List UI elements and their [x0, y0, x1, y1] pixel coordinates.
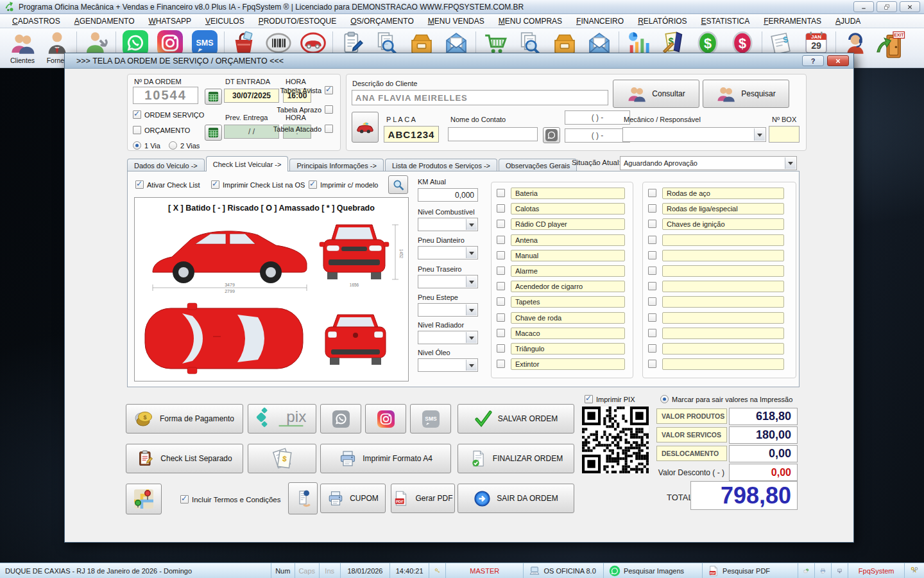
- status-mail[interactable]: [798, 563, 815, 578]
- toolbar-button-work-order[interactable]: [335, 30, 370, 56]
- checklist-checkbox[interactable]: [648, 360, 656, 368]
- ativar-checklist-checkbox[interactable]: Ativar Check List: [135, 180, 200, 189]
- receipts-button[interactable]: $: [248, 444, 316, 473]
- total-row-value[interactable]: 618,80: [729, 408, 798, 425]
- checklist-checkbox[interactable]: [648, 251, 656, 259]
- checklist-checkbox[interactable]: [648, 282, 656, 290]
- checklist-checkbox[interactable]: [648, 204, 656, 213]
- finalizar-ordem-button[interactable]: FINALIZAR ORDEM: [458, 444, 574, 473]
- menu-item-os-or-amento[interactable]: OS/ORÇAMENTO: [343, 17, 420, 26]
- minimize-button[interactable]: [853, 1, 874, 12]
- dialog-help-button[interactable]: ?: [802, 55, 824, 66]
- checklist-item-field[interactable]: Triângulo: [511, 343, 625, 355]
- checklist-checkbox[interactable]: [648, 329, 656, 337]
- forma-pagamento-button[interactable]: $Forma de Pagamento: [126, 404, 243, 434]
- toolbar-button-ledger[interactable]: $: [656, 30, 690, 56]
- ordem-servico-checkbox[interactable]: ORDEM SERVIÇO: [133, 110, 204, 119]
- order-number-field[interactable]: 10544: [133, 87, 198, 104]
- checklist-checkbox[interactable]: [648, 313, 656, 322]
- checklist-checkbox[interactable]: [497, 220, 505, 228]
- toolbar-button-cart[interactable]: [478, 30, 513, 56]
- checklist-item-field[interactable]: [662, 328, 784, 339]
- tabela-aprazo-checkbox[interactable]: Tabela Aprazo: [268, 105, 333, 114]
- via1-radio[interactable]: 1 Via: [133, 141, 160, 150]
- checklist-item-field[interactable]: Macaco: [511, 328, 625, 339]
- checklist-checkbox[interactable]: [648, 297, 656, 306]
- toolbar-button-money-green[interactable]: $: [690, 30, 725, 56]
- checklist-item-field[interactable]: [662, 281, 784, 292]
- toolbar-button-invoice[interactable]: $: [764, 30, 799, 56]
- total-row-value[interactable]: 180,00: [729, 426, 798, 444]
- toolbar-button-search-docs[interactable]: [370, 30, 404, 56]
- plate-field[interactable]: ABC1234: [384, 126, 439, 143]
- checklist-item-field[interactable]: [662, 265, 784, 277]
- phone1-field[interactable]: ( ) -: [565, 110, 630, 125]
- status-print[interactable]: [815, 563, 832, 578]
- checklist-checkbox[interactable]: [497, 204, 505, 213]
- gerar-pdf-button[interactable]: PDFGerar PDF: [391, 484, 455, 513]
- calendar-entry-button[interactable]: [205, 89, 222, 105]
- tabela-avista-checkbox[interactable]: Tabela Avista: [268, 86, 333, 94]
- menu-item-estatistica[interactable]: ESTATISTICA: [694, 17, 757, 26]
- level-select-1[interactable]: [418, 246, 478, 259]
- toolbar-button-calendar[interactable]: JAN29: [799, 30, 834, 56]
- checklist-checkbox[interactable]: [497, 329, 505, 337]
- toolbar-button-stats[interactable]: [621, 30, 656, 56]
- checklist-item-field[interactable]: Calotas: [511, 203, 625, 215]
- checklist-item-field[interactable]: Chave de roda: [511, 312, 625, 324]
- status-pesquisar-pdf[interactable]: PDFPesquisar PDF: [703, 563, 798, 578]
- checklist-item-field[interactable]: Rodas de liga/especial: [662, 203, 784, 215]
- menu-item-agendamento[interactable]: AGENDAMENTO: [67, 17, 142, 26]
- toolbar-button-barcode[interactable]: [261, 30, 296, 56]
- checklist-item-field[interactable]: Alarme: [511, 265, 625, 277]
- checklist-item-field[interactable]: Rádio CD player: [511, 218, 625, 230]
- checklist-item-field[interactable]: Manual: [511, 250, 625, 261]
- menu-item-relat-rios[interactable]: RELATÓRIOS: [631, 17, 694, 26]
- orcamento-checkbox[interactable]: ORÇAMENTO: [133, 126, 190, 134]
- pix-button[interactable]: pix: [248, 404, 316, 434]
- cupom-button[interactable]: CUPOM: [320, 484, 386, 513]
- pesquisar-button[interactable]: Pesquisar: [703, 80, 789, 108]
- checklist-checkbox[interactable]: [648, 344, 656, 353]
- checklist-checkbox[interactable]: [648, 236, 656, 244]
- tab-4[interactable]: Observações Gerais: [499, 159, 577, 171]
- level-select-3[interactable]: [418, 303, 478, 317]
- instagram-button[interactable]: [365, 404, 406, 434]
- tabela-atacado-checkbox[interactable]: Tabela Atacado: [268, 125, 333, 133]
- checklist-item-field[interactable]: [662, 234, 784, 246]
- checklist-checkbox[interactable]: [497, 267, 505, 275]
- dialog-close-button[interactable]: [827, 55, 849, 66]
- status-monitor[interactable]: [832, 563, 848, 578]
- checklist-item-field[interactable]: Extintor: [511, 358, 625, 370]
- toolbar-button-archive[interactable]: [547, 30, 582, 56]
- calendar-delivery-button[interactable]: [205, 125, 222, 141]
- checklist-checkbox[interactable]: [648, 220, 656, 228]
- checklist-checkbox[interactable]: [648, 189, 656, 197]
- toolbar-button-clients[interactable]: Clientes: [5, 30, 40, 64]
- toolbar-button-sms[interactable]: SMS: [187, 30, 222, 56]
- checklist-item-field[interactable]: [662, 312, 784, 324]
- checklist-checkbox[interactable]: [497, 344, 505, 353]
- checklist-checkbox[interactable]: [497, 236, 505, 244]
- toolbar-button-money-red[interactable]: $: [725, 30, 760, 56]
- checklist-item-field[interactable]: [662, 250, 784, 261]
- toolbar-button-mail-open[interactable]: [439, 30, 474, 56]
- imprimir-a4-button[interactable]: Imprimir Formato A4: [320, 444, 451, 473]
- vehicle-button[interactable]: [352, 112, 379, 143]
- menu-item-menu-vendas[interactable]: MENU VENDAS: [421, 17, 492, 26]
- box-field[interactable]: [769, 126, 800, 143]
- checklist-checkbox[interactable]: [497, 297, 505, 306]
- map-button[interactable]: [126, 484, 162, 514]
- toolbar-button-instagram[interactable]: [153, 30, 187, 56]
- menu-item-menu-compras[interactable]: MENU COMPRAS: [492, 17, 569, 26]
- checklist-item-field[interactable]: Antena: [511, 234, 625, 246]
- close-button[interactable]: [900, 1, 920, 12]
- toolbar-button-mail-open[interactable]: [582, 30, 617, 56]
- menu-item-produto-estoque[interactable]: PRODUTO/ESTOQUE: [252, 17, 344, 26]
- tab-2[interactable]: Principais Informações ->: [289, 159, 383, 171]
- checklist-item-field[interactable]: Rodas de aço: [662, 188, 784, 199]
- checklist-separado-button[interactable]: Check List Separado: [126, 444, 243, 473]
- menu-item-financeiro[interactable]: FINANCEIRO: [569, 17, 631, 26]
- via2-radio[interactable]: 2 Vias: [169, 141, 200, 150]
- imprimir-checklist-os-checkbox[interactable]: Imprimir Check List na OS: [211, 180, 305, 189]
